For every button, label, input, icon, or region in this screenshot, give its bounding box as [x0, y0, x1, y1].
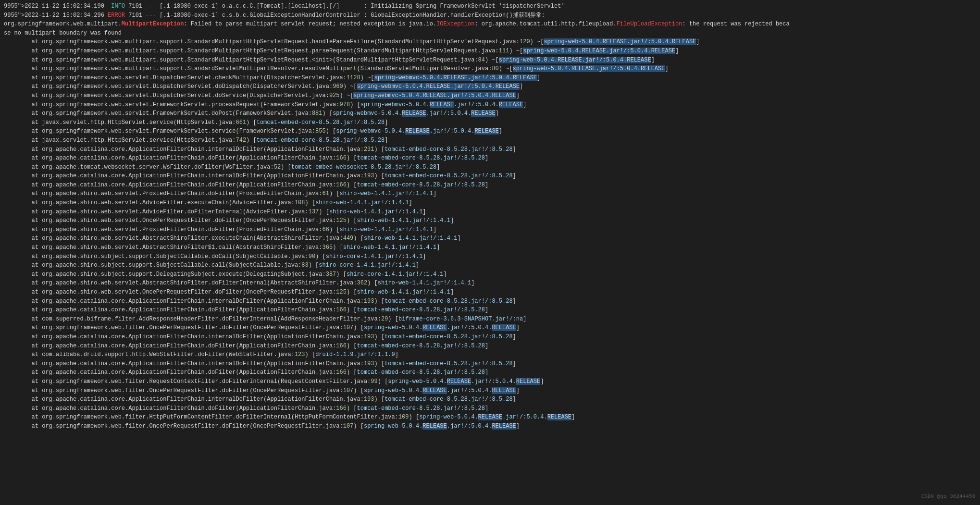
- log-line: at org.apache.catalina.core.ApplicationF…: [4, 145, 976, 154]
- log-line: at com.superred.biframe.filter.AddRespon…: [4, 315, 976, 324]
- log-line: at org.springframework.web.servlet.Dispa…: [4, 74, 976, 83]
- log-line: at com.alibaba.druid.support.http.WebSta…: [4, 350, 976, 359]
- log-line: at org.apache.shiro.web.servlet.AdviceFi…: [4, 198, 976, 208]
- log-line: at org.apache.shiro.web.servlet.Abstract…: [4, 243, 976, 252]
- log-line: at org.springframework.web.servlet.Frame…: [4, 100, 976, 110]
- log-line: at org.apache.shiro.subject.support.Subj…: [4, 252, 976, 261]
- log-line: at org.springframework.web.filter.OncePe…: [4, 323, 976, 333]
- log-output: 9955">2022-11-22 15:02:34.190 INFO 7101 …: [4, 2, 976, 431]
- watermark: CSDN @qq_36244456: [921, 493, 975, 501]
- log-line: at org.springframework.web.filter.Reques…: [4, 377, 976, 386]
- log-line: org.springframework.web.multipart.Multip…: [4, 20, 976, 29]
- log-line: at javax.servlet.http.HttpServlet.servic…: [4, 118, 976, 127]
- log-line: at org.apache.shiro.web.servlet.OncePerR…: [4, 288, 976, 297]
- log-line: at javax.servlet.http.HttpServlet.servic…: [4, 136, 976, 145]
- log-line: at org.apache.shiro.web.servlet.OncePerR…: [4, 216, 976, 225]
- log-line: at org.apache.catalina.core.ApplicationF…: [4, 172, 976, 181]
- log-line: at org.apache.shiro.web.servlet.ProxiedF…: [4, 189, 976, 198]
- log-line: at org.springframework.web.filter.OncePe…: [4, 386, 976, 395]
- log-line: at org.apache.catalina.core.ApplicationF…: [4, 306, 976, 315]
- console-container: 9955">2022-11-22 15:02:34.190 INFO 7101 …: [0, 0, 980, 505]
- log-line: 9955">2022-11-22 15:02:34.296 ERROR 7101…: [4, 11, 976, 20]
- log-line: at org.springframework.web.servlet.Dispa…: [4, 91, 976, 100]
- log-line: at org.apache.catalina.core.ApplicationF…: [4, 154, 976, 163]
- log-line: at org.apache.tomcat.websocket.server.Ws…: [4, 163, 976, 172]
- log-line: at org.springframework.web.servlet.Frame…: [4, 127, 976, 136]
- log-line: at org.apache.shiro.subject.support.Subj…: [4, 261, 976, 270]
- log-line: at org.apache.catalina.core.ApplicationF…: [4, 342, 976, 351]
- log-line: at org.apache.shiro.web.servlet.ProxiedF…: [4, 225, 976, 234]
- log-line: at org.apache.catalina.core.ApplicationF…: [4, 181, 976, 190]
- log-line: 9955">2022-11-22 15:02:34.190 INFO 7101 …: [4, 2, 976, 11]
- log-line: at org.springframework.web.multipart.sup…: [4, 47, 976, 56]
- log-line: at org.springframework.web.servlet.Frame…: [4, 109, 976, 118]
- log-line: at org.springframework.web.servlet.Dispa…: [4, 82, 976, 91]
- log-line: at org.apache.catalina.core.ApplicationF…: [4, 359, 976, 369]
- log-line: at org.apache.catalina.core.ApplicationF…: [4, 368, 976, 377]
- log-line: at org.apache.shiro.subject.support.Dele…: [4, 270, 976, 279]
- log-line: at org.springframework.web.multipart.sup…: [4, 37, 976, 47]
- log-line: at org.springframework.web.filter.OncePe…: [4, 422, 976, 431]
- log-line: at org.springframework.web.multipart.sup…: [4, 64, 976, 74]
- log-line: at org.apache.catalina.core.ApplicationF…: [4, 404, 976, 413]
- log-line: at org.springframework.web.filter.HttpPu…: [4, 413, 976, 422]
- log-line: at org.apache.catalina.core.ApplicationF…: [4, 395, 976, 404]
- log-line: at org.apache.catalina.core.ApplicationF…: [4, 333, 976, 342]
- log-line: at org.apache.shiro.web.servlet.AdviceFi…: [4, 208, 976, 217]
- log-line: at org.apache.shiro.web.servlet.Abstract…: [4, 279, 976, 288]
- log-line: se no multipart boundary was found: [4, 29, 976, 38]
- log-line: at org.springframework.web.multipart.sup…: [4, 56, 976, 65]
- log-line: at org.apache.shiro.web.servlet.Abstract…: [4, 234, 976, 243]
- log-line: at org.apache.catalina.core.ApplicationF…: [4, 297, 976, 306]
